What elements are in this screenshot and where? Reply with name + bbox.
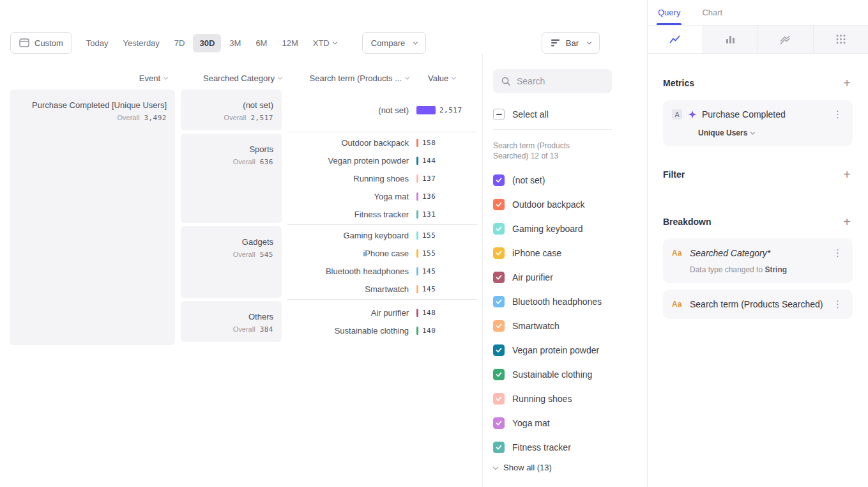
series-checkbox[interactable]: [493, 272, 505, 283]
term-row[interactable]: Smartwatch 145: [287, 280, 477, 298]
series-checkbox[interactable]: [493, 296, 505, 307]
term-filter-item[interactable]: Fitness tracker: [493, 435, 637, 460]
column-header-event[interactable]: Event: [10, 73, 175, 83]
category-cell[interactable]: Sports Overall636: [181, 134, 282, 223]
add-metric-button[interactable]: +: [841, 77, 853, 89]
term-row[interactable]: Running shoes 137: [287, 169, 477, 187]
term-row[interactable]: Air purifier 148: [287, 304, 477, 321]
term-row[interactable]: Bluetooth headphones 145: [287, 262, 477, 280]
value-bar[interactable]: [416, 267, 418, 275]
term-bar-wrap: 136: [416, 192, 477, 201]
value-bar[interactable]: [416, 157, 418, 165]
value-bar[interactable]: [416, 231, 418, 240]
term-filter-item[interactable]: iPhone case: [493, 241, 637, 265]
date-range-6m[interactable]: 6M: [249, 34, 273, 52]
term-filter-item[interactable]: Smartwatch: [493, 314, 637, 338]
series-checkbox[interactable]: [493, 417, 505, 429]
series-checkbox[interactable]: [493, 442, 505, 453]
value-bar[interactable]: [416, 192, 418, 201]
term-row[interactable]: (not set) 2,517: [287, 101, 477, 119]
term-filter-item[interactable]: Bluetooth headphones: [493, 290, 637, 314]
checkbox-label: Running shoes: [512, 394, 572, 404]
breakdown-menu-button[interactable]: ⋮: [832, 298, 844, 310]
series-checkbox[interactable]: [493, 393, 505, 405]
event-cell[interactable]: Purchase Completed [Unique Users] Overal…: [10, 89, 175, 345]
category-overall: Overall545: [189, 251, 273, 259]
category-cell[interactable]: Gadgets Overall545: [181, 226, 282, 298]
column-header-searched-category[interactable]: Searched Category: [181, 73, 282, 83]
column-header-value[interactable]: Value: [416, 73, 477, 83]
overall-label: Overall: [224, 114, 247, 121]
category-cell[interactable]: Others Overall384: [181, 301, 282, 342]
date-range-7d[interactable]: 7D: [168, 34, 192, 52]
category-group: Others Overall384 Air purifier 148 Susta…: [181, 301, 477, 342]
term-row[interactable]: Yoga mat 136: [287, 187, 477, 205]
series-checkbox[interactable]: [493, 223, 505, 235]
category-name: (not set): [189, 100, 273, 110]
search-input[interactable]: [517, 76, 604, 86]
series-checkbox[interactable]: [493, 344, 505, 356]
date-range-12m[interactable]: 12M: [275, 34, 304, 52]
breakdown-menu-button[interactable]: ⋮: [832, 247, 844, 259]
chevron-down-icon: [413, 40, 418, 44]
date-range-yesterday[interactable]: Yesterday: [117, 34, 166, 52]
term-filter-item[interactable]: Sustainable clothing: [493, 362, 637, 387]
report-type-retention-tab[interactable]: [814, 26, 868, 53]
value-bar[interactable]: [416, 285, 418, 293]
date-range-xtd[interactable]: XTD: [307, 34, 343, 52]
term-bar-wrap: 131: [416, 210, 477, 219]
tab-chart[interactable]: Chart: [701, 0, 724, 25]
term-row[interactable]: iPhone case 155: [287, 244, 477, 262]
add-filter-button[interactable]: +: [841, 168, 853, 181]
value-bar[interactable]: [416, 106, 436, 114]
column-header-search-term[interactable]: Search term (Products ...: [287, 73, 416, 83]
metric-menu-button[interactable]: ⋮: [832, 109, 844, 120]
measure-selector[interactable]: Unique Users: [672, 128, 844, 137]
term-row[interactable]: Fitness tracker 131: [287, 205, 477, 223]
date-range-30d[interactable]: 30D: [193, 34, 221, 52]
value-bar[interactable]: [416, 309, 418, 317]
term-row[interactable]: Gaming keyboard 155: [287, 226, 477, 244]
series-checkbox[interactable]: [493, 320, 505, 332]
check-icon: [495, 249, 503, 257]
term-filter-item[interactable]: Air purifier: [493, 265, 637, 290]
term-bar-wrap: 145: [416, 267, 477, 275]
term-row[interactable]: Sustainable clothing 140: [287, 321, 477, 339]
value-bar[interactable]: [416, 174, 418, 183]
term-filter-item[interactable]: Running shoes: [493, 387, 637, 411]
category-cell[interactable]: (not set) Overall2,517: [181, 89, 282, 130]
date-range-3m[interactable]: 3M: [223, 34, 247, 52]
term-row[interactable]: Vegan protein powder 144: [287, 151, 477, 169]
compare-button[interactable]: Compare: [362, 32, 426, 54]
select-all-row[interactable]: Select all: [493, 109, 637, 120]
series-checkbox[interactable]: [493, 247, 505, 259]
breakdown-card-searched-category[interactable]: Aa Searched Category* ⋮ Data type change…: [663, 238, 853, 283]
value-bar[interactable]: [416, 139, 418, 147]
date-range-today[interactable]: Today: [80, 34, 115, 52]
chart-type-button[interactable]: Bar: [542, 32, 600, 54]
tab-query[interactable]: Query: [657, 0, 681, 25]
series-checkbox[interactable]: [493, 174, 505, 186]
report-type-flows-tab[interactable]: [758, 26, 814, 53]
breakdown-card-search-term[interactable]: Aa Search term (Products Searched) ⋮: [663, 290, 853, 319]
value-bar[interactable]: [416, 327, 418, 335]
term-filter-item[interactable]: Yoga mat: [493, 411, 637, 435]
add-breakdown-button[interactable]: +: [841, 215, 853, 228]
report-type-funnels-tab[interactable]: [703, 26, 759, 53]
value-bar[interactable]: [416, 210, 418, 219]
show-all-button[interactable]: Show all (13): [493, 463, 637, 472]
term-value: 145: [422, 285, 436, 293]
term-filter-item[interactable]: (not set): [493, 168, 637, 192]
select-all-checkbox[interactable]: [493, 109, 505, 120]
term-filter-item[interactable]: Outdoor backpack: [493, 192, 637, 217]
custom-date-button[interactable]: Custom: [10, 32, 72, 54]
term-filter-item[interactable]: Vegan protein powder: [493, 338, 637, 362]
series-checkbox[interactable]: [493, 369, 505, 380]
report-type-insights-tab[interactable]: [648, 26, 703, 53]
series-checkbox[interactable]: [493, 199, 505, 210]
term-filter-item[interactable]: Gaming keyboard: [493, 217, 637, 241]
value-bar[interactable]: [416, 249, 418, 258]
series-search[interactable]: [493, 69, 612, 93]
metric-card[interactable]: A Purchase Completed ⋮ Unique Users: [663, 100, 853, 146]
term-row[interactable]: Outdoor backpack 158: [287, 134, 477, 151]
